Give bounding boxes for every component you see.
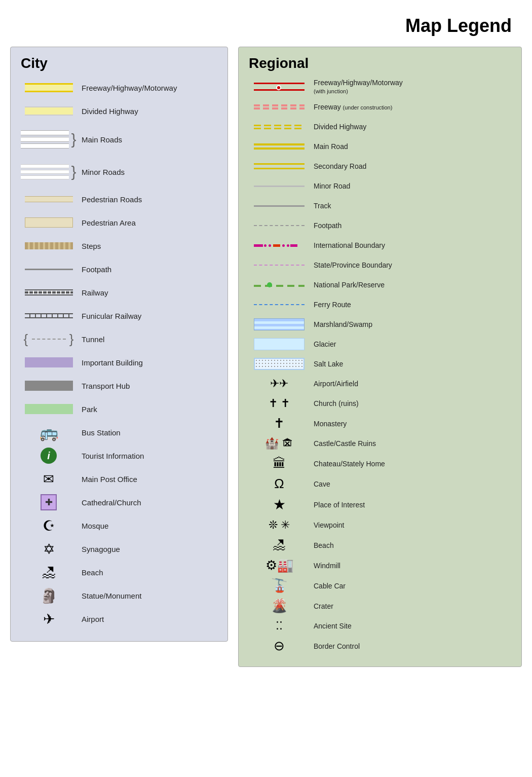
freeway-icon xyxy=(25,83,73,92)
list-item: State/Province Boundary xyxy=(249,257,511,273)
list-item: Freeway/Highway/Motorway (with junction) xyxy=(249,79,511,95)
tourist-info-label: Tourist Information xyxy=(77,452,217,460)
minor-roads-icon: } xyxy=(21,164,76,179)
list-item: ✡ Synagogue xyxy=(21,540,217,558)
tunnel-icon: { } xyxy=(25,333,73,345)
divided-highway-icon xyxy=(25,106,73,116)
synagogue-icon: ✡ xyxy=(43,541,55,558)
synagogue-symbol: ✡ xyxy=(21,541,77,558)
freeway-label: Freeway/Highway/Motorway xyxy=(77,84,217,92)
reg-viewpoint-label: Viewpoint xyxy=(310,521,511,529)
reg-border-control-icon: ⊖ xyxy=(274,638,285,654)
post-office-icon: ✉ xyxy=(43,471,54,487)
reg-place-interest-label: Place of Interest xyxy=(310,501,511,509)
reg-glacier-symbol xyxy=(249,338,310,350)
bus-station-icon: 🚌 xyxy=(40,424,58,441)
freeway-symbol xyxy=(21,83,77,92)
reg-intl-boundary-icon xyxy=(254,244,305,247)
reg-cave-label: Cave xyxy=(310,480,511,488)
reg-church-icon: ✝ ✝ xyxy=(269,397,290,410)
footpath-symbol xyxy=(21,269,77,270)
reg-chateau-label: Chateau/Stately Home xyxy=(310,460,511,468)
list-item: } Minor Roads xyxy=(21,159,217,185)
reg-divided-icon xyxy=(254,125,305,129)
reg-chateau-icon: 🏛 xyxy=(273,456,286,471)
main-roads-lines xyxy=(21,130,69,149)
reg-divided-label: Divided Highway xyxy=(310,123,511,131)
reg-viewpoint-symbol: ❊ ✳ xyxy=(249,519,310,532)
minor-roads-bracket: } xyxy=(71,166,76,178)
main-road-line-3 xyxy=(21,143,69,149)
reg-border-control-label: Border Control xyxy=(310,642,511,650)
railway-icon xyxy=(25,289,73,295)
reg-footpath-symbol xyxy=(249,225,310,226)
reg-ancient-site-label: Ancient Site xyxy=(310,622,511,630)
list-item: Steps xyxy=(21,237,217,255)
list-item: { } Tunnel xyxy=(21,330,217,348)
list-item: Footpath xyxy=(249,218,511,233)
reg-cable-car-icon: 🚡 xyxy=(271,578,287,594)
reg-crater-label: Crater xyxy=(310,602,511,610)
list-item: 🚌 Bus Station xyxy=(21,423,217,441)
beach-city-icon: 🏖 xyxy=(42,564,56,581)
tourist-info-symbol: i xyxy=(21,448,77,464)
tunnel-symbol-container: { } xyxy=(21,333,77,345)
reg-footpath-icon xyxy=(254,225,305,226)
reg-beach-label: Beach xyxy=(310,541,511,549)
list-item: Freeway/Highway/Motorway xyxy=(21,79,217,97)
reg-minor-road-label: Minor Road xyxy=(310,182,511,190)
reg-track-label: Track xyxy=(310,202,511,210)
cathedral-label: Cathedral/Church xyxy=(77,498,217,507)
reg-ancient-site-symbol: ⁚⁚ xyxy=(249,619,310,633)
reg-church-label: Church (ruins) xyxy=(310,399,511,408)
transport-hub-icon xyxy=(25,381,73,391)
mosque-label: Mosque xyxy=(77,522,217,530)
list-item: 🚡 Cable Car xyxy=(249,578,511,594)
reg-national-park-label: National Park/Reserve xyxy=(310,281,511,289)
reg-ferry-label: Ferry Route xyxy=(310,301,511,309)
list-item: 🏖 Beach xyxy=(21,563,217,581)
reg-windmill-symbol: ⚙🏭 xyxy=(249,558,310,573)
bus-station-label: Bus Station xyxy=(77,428,217,437)
railway-label: Railway xyxy=(77,288,217,297)
funicular-label: Funicular Railway xyxy=(77,312,217,320)
cathedral-icon: ✚ xyxy=(41,494,57,510)
park-icon xyxy=(25,404,73,414)
reg-main-road-label: Main Road xyxy=(310,142,511,151)
mosque-symbol: ☪ xyxy=(21,517,77,534)
page-title: Map Legend xyxy=(10,15,512,36)
list-item: ✝ ✝ Church (ruins) xyxy=(249,396,511,411)
legend-columns: City Freeway/Highway/Motorway Divided Hi… xyxy=(10,47,522,667)
reg-national-park-icon xyxy=(254,282,305,288)
transport-hub-symbol xyxy=(21,381,77,391)
reg-intl-boundary-label: International Boundary xyxy=(310,241,511,249)
list-item: ⁚⁚ Ancient Site xyxy=(249,618,511,634)
funicular-symbol-container xyxy=(21,312,77,319)
tunnel-label: Tunnel xyxy=(77,335,217,344)
reg-state-boundary-icon xyxy=(254,265,305,266)
pedestrian-roads-symbol xyxy=(21,196,77,202)
list-item: Pedestrian Roads xyxy=(21,190,217,208)
reg-place-interest-icon: ★ xyxy=(273,496,286,513)
important-building-icon xyxy=(25,357,73,367)
statue-symbol: 🗿 xyxy=(21,587,77,604)
pedestrian-area-symbol xyxy=(21,217,77,228)
steps-symbol xyxy=(21,242,77,249)
reg-monastery-icon: ✝ xyxy=(274,416,285,431)
minor-roads-label: Minor Roads xyxy=(77,168,217,176)
list-item: International Boundary xyxy=(249,238,511,253)
list-item: Transport Hub xyxy=(21,377,217,395)
list-item: Glacier xyxy=(249,337,511,352)
minor-roads-lines xyxy=(21,164,69,179)
list-item: ✚ Cathedral/Church xyxy=(21,493,217,511)
reg-ferry-icon xyxy=(254,304,305,305)
list-item: Funicular Railway xyxy=(21,307,217,325)
reg-cable-car-symbol: 🚡 xyxy=(249,578,310,594)
list-item: Secondary Road xyxy=(249,159,511,174)
steps-icon xyxy=(25,242,73,249)
beach-city-symbol: 🏖 xyxy=(21,564,77,581)
divided-highway-label: Divided Highway xyxy=(77,107,217,116)
park-label: Park xyxy=(77,405,217,414)
reg-minor-road-icon xyxy=(254,186,305,187)
list-item: ★ Place of Interest xyxy=(249,496,511,513)
